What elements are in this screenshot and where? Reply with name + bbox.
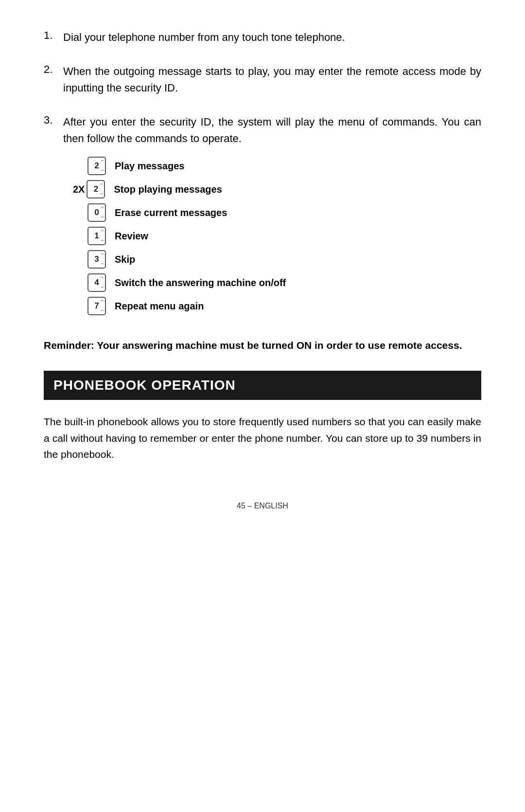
command-play-label: Play messages xyxy=(115,161,184,172)
reminder-text: Reminder: Your answering machine must be… xyxy=(44,338,481,353)
footer-text: 45 – ENGLISH xyxy=(237,502,288,510)
command-row-erase: 0 Erase current messages xyxy=(73,203,286,222)
step-3-text: After you enter the security ID, the sys… xyxy=(63,114,481,147)
key-0-erase: 0 xyxy=(88,203,106,222)
step-1-text: Dial your telephone number from any touc… xyxy=(63,29,345,46)
page-content: 1. Dial your telephone number from any t… xyxy=(44,29,481,510)
page-footer: 45 – ENGLISH xyxy=(44,502,481,510)
command-row-stop: 2X 2 Stop playing messages xyxy=(73,180,286,198)
command-row-repeat: 7 Repeat menu again xyxy=(73,297,286,315)
command-row-skip: 3 Skip xyxy=(73,250,286,269)
command-row-review: 1 Review xyxy=(73,227,286,245)
command-review-label: Review xyxy=(115,231,148,242)
reminder-body: Your answering machine must be turned ON… xyxy=(94,340,462,351)
command-repeat-label: Repeat menu again xyxy=(115,301,204,312)
phonebook-section-header: PHONEBOOK OPERATION xyxy=(44,371,481,400)
command-stop-label: Stop playing messages xyxy=(114,184,222,195)
key-2-play: 2 xyxy=(88,157,106,175)
step-2-number: 2. xyxy=(44,63,63,76)
key-7-repeat: 7 xyxy=(88,297,106,315)
reminder-label: Reminder: xyxy=(44,340,94,351)
key-2x-prefix: 2X xyxy=(73,184,85,195)
command-skip-label: Skip xyxy=(115,254,135,265)
key-1-review: 1 xyxy=(88,227,106,245)
reminder-block: Reminder: Your answering machine must be… xyxy=(44,338,481,353)
step-3: 3. After you enter the security ID, the … xyxy=(44,114,481,320)
phonebook-title: PHONEBOOK OPERATION xyxy=(53,378,236,393)
key-2-stop: 2 xyxy=(87,180,105,198)
step-2-text: When the outgoing message starts to play… xyxy=(63,63,481,96)
key-4-switch: 4 xyxy=(88,273,106,292)
step-1: 1. Dial your telephone number from any t… xyxy=(44,29,481,46)
command-erase-label: Erase current messages xyxy=(115,207,227,218)
command-row-play: 2 Play messages xyxy=(73,157,286,175)
step-3-number: 3. xyxy=(44,114,63,147)
key-3-skip: 3 xyxy=(88,250,106,269)
phonebook-body: The built-in phonebook allows you to sto… xyxy=(44,414,481,463)
command-switch-label: Switch the answering machine on/off xyxy=(115,277,286,289)
command-row-switch: 4 Switch the answering machine on/off xyxy=(73,273,286,292)
step-2: 2. When the outgoing message starts to p… xyxy=(44,63,481,96)
step-1-number: 1. xyxy=(44,29,63,42)
commands-table: 2 Play messages 2X 2 Stop playing messag… xyxy=(73,157,286,320)
